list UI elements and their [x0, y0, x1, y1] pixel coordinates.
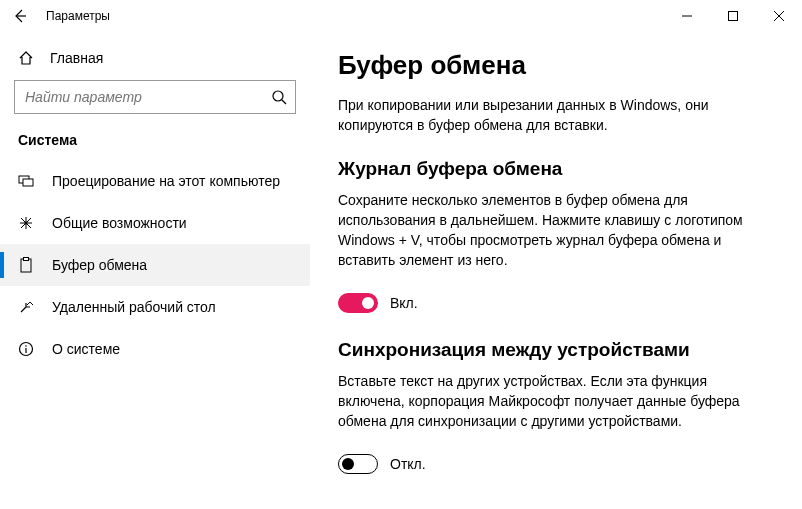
- sidebar-item-remote[interactable]: Удаленный рабочий стол: [0, 286, 310, 328]
- intro-text: При копировании или вырезании данных в W…: [338, 95, 768, 136]
- svg-rect-2: [729, 12, 738, 21]
- sync-heading: Синхронизация между устройствами: [338, 339, 784, 361]
- maximize-button[interactable]: [710, 0, 756, 32]
- home-icon: [18, 50, 34, 66]
- svg-point-17: [25, 345, 27, 347]
- svg-rect-15: [24, 258, 29, 261]
- history-desc: Сохраните несколько элементов в буфер об…: [338, 190, 768, 271]
- home-nav[interactable]: Главная: [0, 42, 310, 80]
- project-icon: [18, 173, 34, 189]
- minimize-button[interactable]: [664, 0, 710, 32]
- sidebar-item-project[interactable]: Проецирование на этот компьютер: [0, 160, 310, 202]
- section-header: Система: [0, 132, 310, 160]
- remote-icon: [18, 299, 34, 315]
- sidebar-item-label: Общие возможности: [52, 215, 187, 231]
- shared-icon: [18, 215, 34, 231]
- page-title: Буфер обмена: [338, 50, 784, 81]
- history-toggle[interactable]: [338, 293, 378, 313]
- sidebar-item-shared[interactable]: Общие возможности: [0, 202, 310, 244]
- sidebar-item-label: Удаленный рабочий стол: [52, 299, 216, 315]
- sidebar-item-label: О системе: [52, 341, 120, 357]
- clipboard-icon: [18, 257, 34, 273]
- svg-point-13: [25, 222, 28, 225]
- sidebar-item-about[interactable]: О системе: [0, 328, 310, 370]
- back-button[interactable]: [8, 4, 32, 28]
- content-area: Буфер обмена При копировании или вырезан…: [310, 32, 802, 509]
- svg-point-5: [273, 91, 283, 101]
- sync-toggle-label: Откл.: [390, 456, 426, 472]
- close-button[interactable]: [756, 0, 802, 32]
- history-heading: Журнал буфера обмена: [338, 158, 784, 180]
- sidebar: Главная Система Проецирование на этот ко…: [0, 32, 310, 509]
- sidebar-item-label: Буфер обмена: [52, 257, 147, 273]
- search-box[interactable]: [14, 80, 296, 114]
- svg-line-6: [282, 100, 286, 104]
- titlebar: Параметры: [0, 0, 802, 32]
- window-title: Параметры: [46, 9, 110, 23]
- svg-rect-8: [23, 179, 33, 186]
- sidebar-item-label: Проецирование на этот компьютер: [52, 173, 280, 189]
- sidebar-item-clipboard[interactable]: Буфер обмена: [0, 244, 310, 286]
- sync-desc: Вставьте текст на других устройствах. Ес…: [338, 371, 768, 432]
- search-input[interactable]: [25, 89, 271, 105]
- sync-toggle[interactable]: [338, 454, 378, 474]
- home-label: Главная: [50, 50, 103, 66]
- info-icon: [18, 341, 34, 357]
- search-icon: [271, 89, 287, 105]
- history-toggle-label: Вкл.: [390, 295, 418, 311]
